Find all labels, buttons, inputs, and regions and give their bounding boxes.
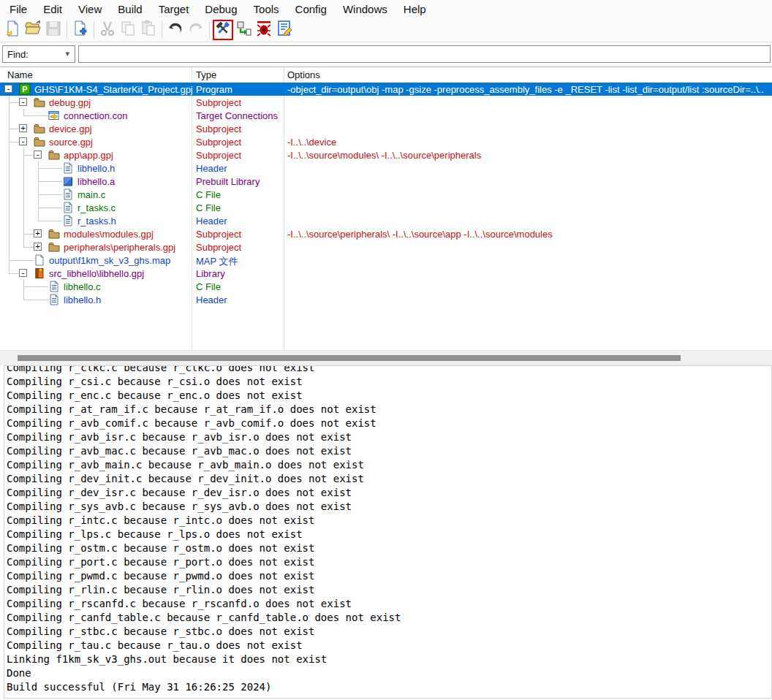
page-icon [34,254,45,266]
console-line: Compiling r_avb_main.c because r_avb_mai… [7,458,771,472]
collapse-toggle[interactable]: - [4,85,12,93]
toolbar-separator [209,21,210,39]
tree-row[interactable]: -src_libhello\libhello.gpjLibrary [0,267,772,280]
tree-row[interactable]: main.cC File [0,188,772,201]
expand-toggle[interactable]: + [34,243,42,251]
collapse-toggle[interactable]: - [19,137,27,145]
tree-row[interactable]: libhello.hHeader [0,161,772,175]
menu-debug[interactable]: Debug [197,1,245,17]
collapse-toggle[interactable]: - [19,98,27,106]
column-header-options[interactable]: Options [287,69,320,80]
menu-tools[interactable]: Tools [246,1,287,17]
build-output-console[interactable]: Compiling r_clkc.c because r_clkc.o does… [4,365,772,699]
redo-icon [187,20,205,40]
file-name: src_libhello\libhello.gpj [49,268,144,279]
tree-row[interactable]: -PGHS\F1KM-S4_StarterKit_Project.gpjProg… [0,83,772,96]
file-name: libhello.h [77,163,115,174]
console-line: Compiling r_intc.c because r_intc.o does… [7,514,771,528]
console-line: Done [7,666,771,680]
console-line: Compiling r_avb_mac.c because r_avb_mac.… [7,444,771,458]
tree-guide-line [38,161,39,221]
menu-help[interactable]: Help [396,1,434,17]
debug-button[interactable] [254,20,274,40]
row-highlight [0,201,772,214]
file-type: C File [196,189,221,200]
horizontal-scrollbar[interactable] [0,350,772,365]
connect-target-button[interactable] [233,20,254,40]
file-name: r_tasks.h [77,216,116,227]
tree-guide-line [23,286,48,287]
doc-icon [48,281,60,292]
tree-guide-line [9,129,19,129]
edit-file-button[interactable] [274,20,295,40]
doc-icon [62,215,74,227]
console-line: Compiling r_csi.c because r_csi.o does n… [7,375,771,389]
bluebox-icon [62,175,74,187]
console-line: Compiling r_ostm.c because r_ostm.o does… [7,541,771,555]
tree-row[interactable]: -source.gpjSubproject-I..\..\device [0,135,772,148]
tree-row[interactable]: libhello.hHeader [0,293,772,306]
console-line: Compiling r_lps.c because r_lps.o does n… [7,528,771,541]
tree-row[interactable]: connection.conTarget Connections [0,109,772,122]
console-line: Compiling r_enc.c because r_enc.o does n… [7,389,771,403]
tree-row[interactable]: -debug.gpjSubproject [0,96,772,109]
file-type: MAP 文件 [196,255,238,267]
undo-button[interactable] [165,20,186,40]
tree-header: NameTypeOptions [0,67,772,83]
tree-row[interactable]: libhello.aPrebuilt Library [0,175,772,188]
menu-windows[interactable]: Windows [335,1,396,17]
new-file-button[interactable] [2,20,23,40]
scrollbar-thumb[interactable] [18,355,681,361]
build-icon [214,20,232,40]
expand-toggle[interactable]: + [19,124,27,132]
menu-build[interactable]: Build [110,1,150,17]
menu-view[interactable]: View [70,1,110,17]
find-input[interactable] [78,45,771,63]
column-header-name[interactable]: Name [7,69,33,80]
redo-button[interactable] [186,20,206,40]
console-line: Compiling r_avb_isr.c because r_avb_isr.… [7,430,771,444]
debug-icon [255,20,273,40]
add-file-button[interactable] [70,20,91,40]
file-type: Subproject [196,150,241,161]
tree-guide-line [23,115,48,116]
find-combo[interactable]: Find: ▾ [2,45,75,63]
tree-row[interactable]: r_tasks.hHeader [0,214,772,227]
expand-toggle[interactable]: + [34,229,42,237]
collapse-toggle[interactable]: - [34,151,42,159]
open-project-button[interactable] [23,20,43,40]
tree-row[interactable]: +device.gpjSubproject [0,122,772,135]
file-type: Subproject [196,137,241,148]
menu-config[interactable]: Config [287,1,335,17]
copy-button[interactable] [118,20,138,40]
tree-row[interactable]: output\f1km_sk_v3_ghs.mapMAP 文件 [0,254,772,267]
column-header-type[interactable]: Type [196,69,216,80]
console-text: Compiling r_clkc.c because r_clkc.o does… [4,365,771,694]
tree-row[interactable]: r_tasks.cC File [0,201,772,214]
menu-target[interactable]: Target [151,1,197,17]
console-line: Compiling r_clkc.c because r_clkc.o does… [7,365,771,375]
menu-edit[interactable]: Edit [35,1,70,17]
tree-row[interactable]: libhello.cC File [0,280,772,293]
menu-file[interactable]: File [1,1,35,17]
connect-icon [235,20,252,40]
file-name: device.gpj [49,123,92,134]
folder-icon [48,149,60,161]
row-highlight [0,188,772,201]
build-button[interactable] [213,20,233,40]
file-type: Subproject [196,242,241,253]
cut-button[interactable] [97,20,118,40]
undo-icon [167,20,184,40]
paste-button[interactable] [138,20,159,40]
file-name: modules\modules.gpj [64,229,154,240]
cut-icon [99,20,116,40]
console-line: Compiling r_port.c because r_port.o does… [7,555,771,569]
file-name: r_tasks.c [77,202,116,213]
tree-row[interactable]: -app\app.gpjSubproject-I..\..\source\mod… [0,148,772,161]
doc-icon [48,294,60,305]
collapse-toggle[interactable]: - [19,269,27,277]
tree-guide-line [23,234,34,235]
tree-row[interactable]: +modules\modules.gpjSubproject-I..\..\so… [0,227,772,240]
tree-row[interactable]: +peripherals\peripherals.gpjSubproject [0,240,772,254]
save-button[interactable] [43,20,64,40]
